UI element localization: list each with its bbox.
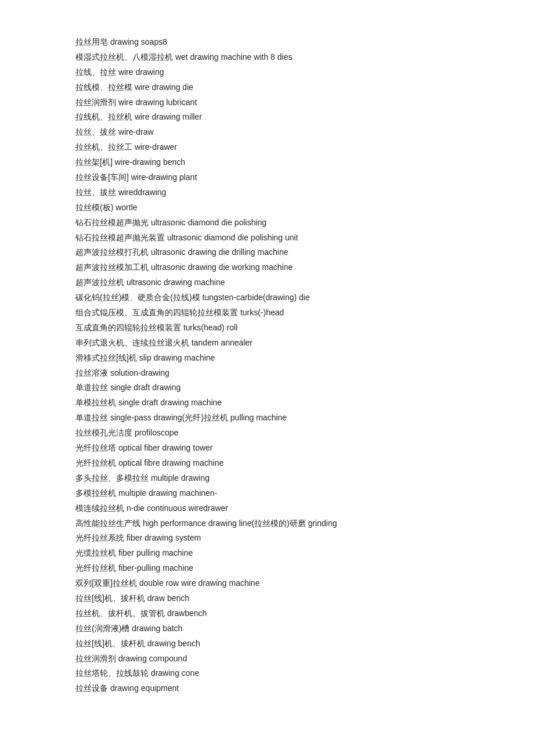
list-item: 拉丝机、拔杆机、拔管机 drawbench <box>75 606 459 621</box>
list-item: 拉丝、拔丝 wireddrawing <box>75 185 459 200</box>
list-item: 拉线、拉丝 wire drawing <box>75 65 459 80</box>
list-item: 拉丝(润滑液)槽 drawing batch <box>75 621 459 636</box>
list-item: 拉线模、拉丝模 wire drawing die <box>75 80 459 95</box>
list-item: 模湿式拉丝机、八模湿拉机 wet drawing machine with 8 … <box>75 50 459 65</box>
list-item: 拉丝、拔丝 wire-draw <box>75 125 459 140</box>
list-item: 拉丝溶液 solution-drawing <box>75 366 459 381</box>
list-item: 拉丝用皂 drawing soaps8 <box>75 35 459 50</box>
list-item: 模连续拉丝机 n-die continuous wiredrawer <box>75 501 459 516</box>
list-item: 高性能拉丝生产线 high performance drawing line(拉… <box>75 516 459 531</box>
list-item: 光纤拉丝塔 optical fiber drawing tower <box>75 441 459 456</box>
list-item: 拉丝机、拉丝工 wire-drawer <box>75 140 459 155</box>
list-item: 拉丝模孔光洁度 profiloscope <box>75 426 459 441</box>
list-item: 单模拉丝机 single draft drawing machine <box>75 395 459 411</box>
list-item: 互成直角的四辊轮拉丝模装置 turks(head) roll <box>75 321 459 336</box>
list-item: 拉丝润滑剂 drawing compound <box>75 651 459 667</box>
list-item: 超声波拉丝模加工机 ultrasonic drawing die working… <box>75 260 459 275</box>
list-item: 光纤拉丝机 optical fibre drawing machine <box>75 456 459 471</box>
list-item: 单道拉丝 single draft drawing <box>75 380 459 395</box>
list-item: 拉丝设备[车间] wire-drawing plant <box>75 170 459 185</box>
list-item: 串列式退火机、连续拉丝退火机 tandem annealer <box>75 336 459 351</box>
terminology-list: 拉丝用皂 drawing soaps8模湿式拉丝机、八模湿拉机 wet draw… <box>75 35 459 696</box>
list-item: 拉丝润滑剂 wire drawing lubricant <box>75 95 459 110</box>
list-item: 超声波拉丝模打孔机 ultrasonic drawing die drillin… <box>75 245 459 260</box>
list-item: 钻石拉丝模超声抛光装置 ultrasonic diamond die polis… <box>75 231 459 246</box>
list-item: 超声波拉丝机 ultrasonic drawing machine <box>75 275 459 290</box>
list-item: 滑移式拉丝[线]机 slip drawing machine <box>75 351 459 366</box>
list-item: 多头拉丝、多模拉丝 multiple drawing <box>75 471 459 486</box>
list-item: 拉丝[线]机、拔杆机 drawing bench <box>75 636 459 651</box>
list-item: 光缆拉丝机 fiber pulling machine <box>75 546 459 561</box>
list-item: 钻石拉丝模超声抛光 ultrasonic diamond die polishi… <box>75 215 459 231</box>
list-item: 拉丝[线]机、拔杆机 draw bench <box>75 591 459 606</box>
list-item: 拉线机、拉丝机 wire drawing miller <box>75 110 459 125</box>
list-item: 拉丝设备 drawing equipment <box>75 681 459 696</box>
list-item: 拉丝架[机] wire-drawing bench <box>75 155 459 170</box>
list-item: 碳化钨(拉丝)模、硬质合金(拉线)模 tungsten-carbide(draw… <box>75 290 459 305</box>
list-item: 多模拉丝机 multiple drawing machinen- <box>75 486 459 501</box>
list-item: 单道拉丝 single-pass drawing(光纤)拉丝机 pulling … <box>75 411 459 426</box>
list-item: 组合式辊压模、互成直角的四辊轮拉丝模装置 turks(-)head <box>75 305 459 321</box>
list-item: 双列[双重]拉丝机 double row wire drawing machin… <box>75 576 459 591</box>
list-item: 光纤拉丝系统 fiber drawing system <box>75 531 459 546</box>
list-item: 拉丝模(板) wortle <box>75 200 459 215</box>
list-item: 光纤拉丝机 fiber-pulling machine <box>75 561 459 576</box>
list-item: 拉丝塔轮、拉线鼓轮 drawing cone <box>75 666 459 681</box>
